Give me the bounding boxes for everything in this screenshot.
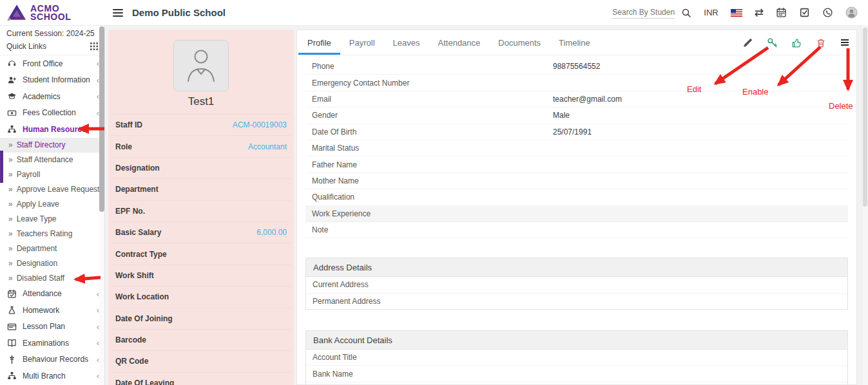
sidebar-item-behaviour-records[interactable]: Behaviour Records ‹	[0, 352, 104, 368]
field-label: Account Title	[306, 353, 554, 362]
human-resource-icon	[7, 124, 17, 134]
sidebar-item-multi-branch[interactable]: Multi Branch ‹	[0, 368, 104, 384]
field-row: Phone98875564552	[305, 59, 848, 75]
section-title: Bank Account Details	[306, 331, 847, 350]
double-chevron-icon: »	[8, 229, 13, 238]
tab-leaves[interactable]: Leaves	[384, 30, 429, 55]
field-label: Phone	[305, 62, 553, 71]
logo-line2: SCHOOL	[30, 13, 72, 21]
person-icon	[184, 47, 218, 84]
tab-profile[interactable]: Profile	[298, 30, 340, 55]
key-icon[interactable]	[767, 37, 778, 48]
student-information-icon	[7, 75, 17, 85]
staff-card-value: Accountant	[248, 142, 287, 151]
sidebar-subitem-label: Apply Leave	[17, 200, 59, 209]
panel-menu-icon[interactable]	[840, 37, 850, 48]
field-row: Current Address	[306, 277, 847, 293]
thumbs-up-icon[interactable]	[791, 37, 802, 48]
search-input[interactable]	[612, 6, 675, 19]
staff-photo-placeholder	[173, 40, 229, 91]
sidebar-item-student-information[interactable]: Student Information ‹	[0, 72, 104, 89]
sidebar-subitem-teachers-rating[interactable]: » Teachers Rating	[0, 227, 104, 241]
sidebar-item-examinations[interactable]: Examinations ‹	[0, 335, 104, 352]
page-title: Demo Public School	[132, 7, 226, 18]
staff-card-label: Work Shift	[115, 271, 154, 280]
sidebar-subitem-leave-type[interactable]: » Leave Type	[0, 212, 104, 227]
todo-task-icon[interactable]	[799, 7, 810, 18]
double-chevron-icon: »	[8, 259, 13, 268]
tab-payroll[interactable]: Payroll	[340, 30, 384, 55]
sidebar-subitem-disabled-staff[interactable]: » Disabled Staff	[0, 271, 104, 286]
staff-card-row: Work Shift	[111, 265, 291, 286]
staff-card-label: Basic Salary	[115, 228, 161, 237]
staff-card-row: Date Of Leaving	[111, 373, 291, 385]
field-label: Work Experience	[305, 209, 553, 218]
quick-links[interactable]: Quick Links	[0, 39, 104, 55]
sidebar-item-label: Academics	[23, 92, 61, 101]
top-header: ACMO SCHOOL Demo Public School INR	[0, 0, 868, 26]
grid-icon[interactable]	[90, 42, 98, 50]
action-icons	[742, 30, 856, 55]
edit-pencil-icon[interactable]	[742, 37, 753, 48]
switch-branch-icon[interactable]: ⇄	[755, 7, 764, 18]
sidebar-subitem-approve-leave-request[interactable]: » Approve Leave Request	[0, 182, 104, 197]
user-avatar[interactable]	[845, 6, 858, 19]
sidebar-item-label: Examinations	[23, 339, 69, 348]
tab-documents[interactable]: Documents	[489, 30, 550, 55]
field-row: Bank Branch Name	[306, 382, 847, 385]
sidebar-subitem-apply-leave[interactable]: » Apply Leave	[0, 197, 104, 212]
address-details-section: Address Details Current Address Permanen…	[305, 258, 848, 310]
currency-selector[interactable]: INR	[704, 8, 718, 17]
sidebar-subitem-designation[interactable]: » Designation	[0, 256, 104, 271]
whatsapp-icon[interactable]	[822, 7, 833, 18]
sidebar-scrollbar[interactable]	[99, 25, 104, 385]
sidebar-scrollbar-thumb[interactable]	[99, 26, 104, 212]
sidebar-subitem-staff-directory[interactable]: » Staff Directory	[0, 138, 104, 153]
field-value: 98875564552	[553, 62, 600, 71]
double-chevron-icon: »	[8, 140, 13, 149]
sidebar-subitem-staff-attendance[interactable]: » Staff Attendance	[0, 153, 104, 167]
active-section-bar	[0, 151, 3, 183]
field-label: Note	[305, 225, 553, 234]
sidebar-item-front-office[interactable]: Front Office ‹	[0, 55, 104, 72]
page-scrollbar[interactable]	[862, 25, 868, 385]
field-label: Qualification	[305, 192, 553, 202]
staff-card-label: Barcode	[115, 335, 146, 344]
double-chevron-icon: »	[8, 200, 13, 209]
sidebar-subitem-department[interactable]: » Department	[0, 241, 104, 256]
sidebar-item-fees-collection[interactable]: Fees Collection ‹	[0, 105, 104, 122]
language-flag-icon[interactable]	[731, 9, 742, 17]
sidebar-subitem-payroll[interactable]: » Payroll	[0, 167, 104, 182]
staff-card-label: Department	[115, 185, 159, 194]
field-row: GenderMale	[305, 108, 848, 124]
tab-bar: Profile Payroll Leaves Attendance Docume…	[297, 30, 856, 55]
staff-card-label: Designation	[115, 164, 160, 173]
tab-attendance[interactable]: Attendance	[429, 30, 490, 55]
field-row: Date Of Birth25/07/1991	[305, 124, 848, 140]
calendar-icon[interactable]	[776, 7, 787, 18]
logo-triangle-icon	[6, 3, 27, 22]
staff-card-row: Barcode	[111, 330, 291, 351]
staff-card-label: EPF No.	[115, 207, 145, 216]
field-row: Emailteacher@gmail.com	[305, 91, 848, 108]
staff-card-row: Designation	[111, 158, 291, 179]
app-logo[interactable]: ACMO SCHOOL	[0, 3, 105, 22]
page-scrollbar-thumb[interactable]	[863, 28, 867, 207]
field-label: Marital Status	[305, 144, 553, 153]
sidebar-item-lesson-plan[interactable]: Lesson Plan ‹	[0, 319, 104, 335]
field-row: Marital Status	[305, 140, 848, 156]
sidebar-subitem-label: Staff Directory	[17, 140, 66, 149]
sidebar-item-academics[interactable]: Academics ‹	[0, 88, 104, 105]
sidebar-item-label: Lesson Plan	[23, 322, 65, 331]
staff-card-label: Date Of Joining	[115, 314, 173, 323]
trash-icon[interactable]	[816, 37, 826, 48]
tab-timeline[interactable]: Timeline	[550, 30, 599, 55]
sidebar-item-human-resource[interactable]: Human Resource	[0, 121, 104, 138]
search-icon[interactable]	[681, 8, 691, 18]
sidebar-toggle-icon[interactable]	[113, 8, 123, 17]
bank-account-details-section: Bank Account Details Account Title Bank …	[305, 330, 848, 385]
sidebar-item-attendance[interactable]: Attendance ‹	[0, 286, 104, 303]
lesson-plan-icon	[7, 322, 17, 332]
sidebar-item-label: Front Office	[23, 59, 63, 68]
sidebar-item-homework[interactable]: Homework ‹	[0, 302, 104, 319]
